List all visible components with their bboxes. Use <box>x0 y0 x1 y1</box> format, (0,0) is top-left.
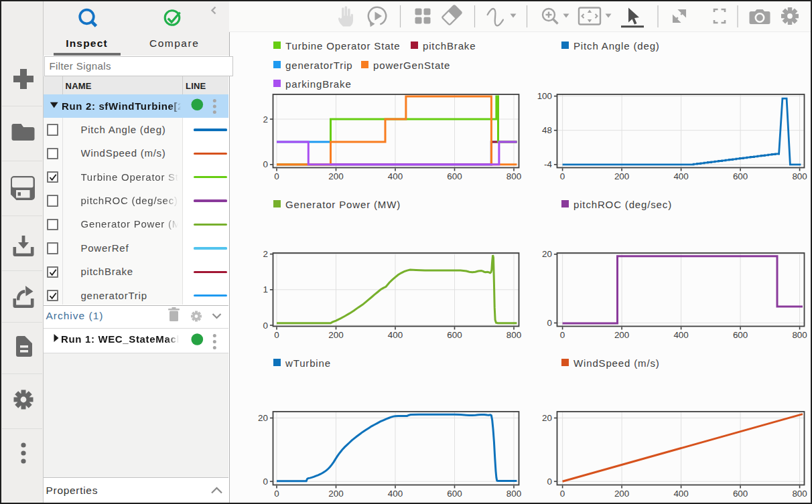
svg-text:200: 200 <box>328 330 343 340</box>
svg-text:600: 600 <box>733 330 748 340</box>
svg-text:2: 2 <box>263 249 268 259</box>
svg-text:0: 0 <box>263 321 268 331</box>
svg-text:2: 2 <box>263 114 268 124</box>
svg-text:400: 400 <box>673 330 688 340</box>
svg-text:800: 800 <box>792 171 807 181</box>
svg-text:800: 800 <box>792 330 807 340</box>
svg-text:400: 400 <box>673 489 688 499</box>
svg-text:100: 100 <box>537 91 552 101</box>
svg-text:400: 400 <box>388 171 403 181</box>
svg-text:20: 20 <box>258 413 268 423</box>
svg-text:600: 600 <box>447 489 462 499</box>
svg-text:400: 400 <box>388 489 403 499</box>
svg-text:400: 400 <box>673 171 688 181</box>
svg-text:0: 0 <box>560 330 565 340</box>
svg-text:800: 800 <box>506 489 521 499</box>
svg-text:0: 0 <box>274 489 279 499</box>
svg-text:200: 200 <box>614 489 629 499</box>
svg-text:200: 200 <box>614 171 629 181</box>
svg-text:800: 800 <box>792 489 807 499</box>
svg-text:200: 200 <box>328 489 343 499</box>
svg-text:600: 600 <box>733 489 748 499</box>
svg-text:-4: -4 <box>544 159 552 169</box>
svg-text:600: 600 <box>733 171 748 181</box>
svg-text:0: 0 <box>263 477 268 487</box>
svg-text:200: 200 <box>614 330 629 340</box>
svg-text:0: 0 <box>547 477 552 487</box>
svg-text:20: 20 <box>542 413 552 423</box>
svg-text:600: 600 <box>447 330 462 340</box>
svg-text:0: 0 <box>560 171 565 181</box>
svg-text:0: 0 <box>547 318 552 328</box>
svg-text:0: 0 <box>274 330 279 340</box>
svg-text:1: 1 <box>263 284 268 295</box>
svg-text:400: 400 <box>388 330 403 340</box>
svg-text:200: 200 <box>328 171 343 181</box>
svg-text:0: 0 <box>560 489 565 499</box>
svg-text:600: 600 <box>447 171 462 181</box>
svg-text:48: 48 <box>542 125 552 135</box>
svg-text:0: 0 <box>274 171 279 181</box>
svg-text:800: 800 <box>506 171 521 181</box>
svg-text:20: 20 <box>542 249 552 259</box>
svg-text:800: 800 <box>506 330 521 340</box>
svg-text:0: 0 <box>263 159 268 169</box>
